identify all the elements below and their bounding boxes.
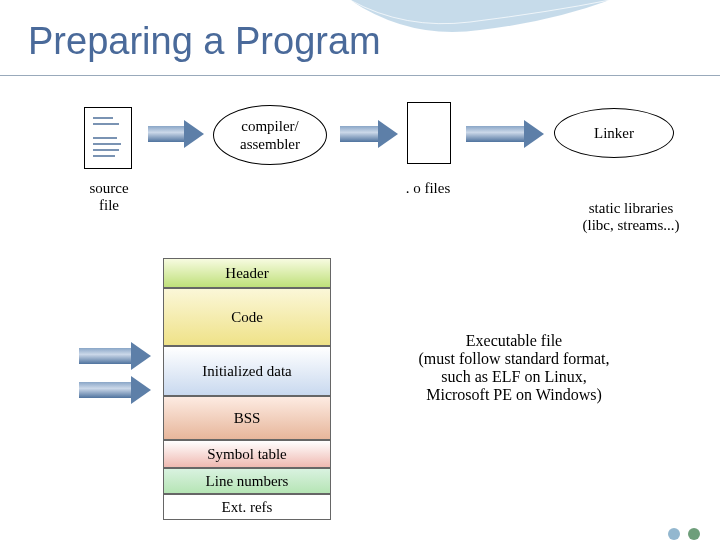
object-layout-stack: Header Code Initialized data BSS Symbol … — [163, 258, 331, 520]
static-libs-label: static libraries (libc, streams...) — [556, 200, 706, 234]
compiler-oval: compiler/ assembler — [213, 105, 327, 165]
stack-line: Line numbers — [163, 468, 331, 494]
arrow-compiler-to-ofile — [340, 126, 380, 142]
stack-header: Header — [163, 258, 331, 288]
arrow-ofile-to-linker — [466, 126, 526, 142]
source-file-icon — [84, 107, 132, 169]
stack-initialized: Initialized data — [163, 346, 331, 396]
stack-bss: BSS — [163, 396, 331, 440]
source-file-label: source file — [76, 180, 142, 214]
o-file-icon — [407, 102, 451, 164]
arrow-into-stack-2 — [79, 382, 133, 398]
page-title: Preparing a Program — [28, 20, 381, 63]
deco-dot-blue — [668, 528, 680, 540]
stack-symbol: Symbol table — [163, 440, 331, 468]
o-files-label: . o files — [388, 180, 468, 197]
arrow-source-to-compiler — [148, 126, 186, 142]
deco-dot-green — [688, 528, 700, 540]
stack-code: Code — [163, 288, 331, 346]
accent-swoosh — [350, 0, 610, 60]
executable-label: Executable file (must follow standard fo… — [384, 332, 644, 404]
title-rule — [0, 75, 720, 76]
arrow-into-stack-1 — [79, 348, 133, 364]
linker-oval: Linker — [554, 108, 674, 158]
stack-ext: Ext. refs — [163, 494, 331, 520]
